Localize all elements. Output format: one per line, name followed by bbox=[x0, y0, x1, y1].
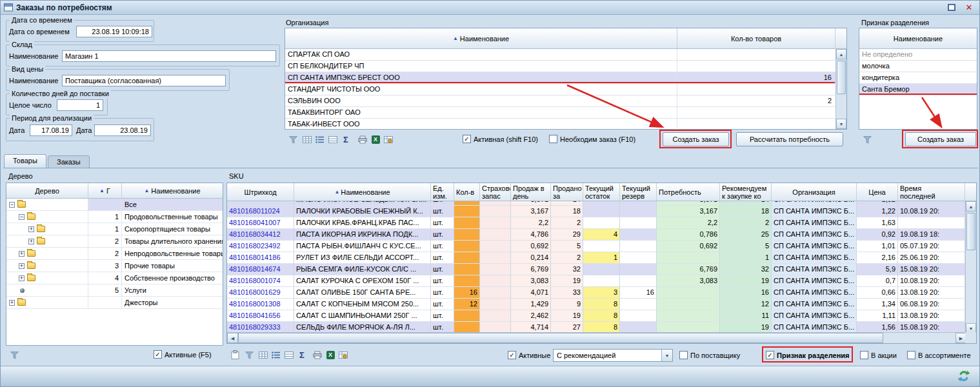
tree-row[interactable]: +2Непродовольственные товары bbox=[6, 248, 223, 260]
create-order-button[interactable]: Создать заказ bbox=[663, 132, 729, 146]
scroll-left-button[interactable]: ◀ bbox=[227, 333, 238, 343]
grid-icon[interactable] bbox=[257, 349, 269, 361]
column-header-name[interactable]: ▲ Наименование bbox=[285, 28, 677, 48]
column-header-name[interactable]: ▲ Наименование bbox=[122, 183, 223, 198]
maximize-button[interactable] bbox=[945, 2, 959, 13]
numbered-list-icon[interactable] bbox=[314, 134, 326, 145]
filter-icon[interactable] bbox=[861, 134, 873, 145]
sku-row[interactable]: 4810168041656САЛАТ С ШАМПИНЬОНАМИ 250Г .… bbox=[227, 310, 965, 322]
scroll-thumb[interactable] bbox=[966, 213, 975, 250]
tree-row[interactable]: −Все bbox=[6, 199, 223, 211]
scroll-up-button[interactable]: ▲ bbox=[966, 201, 976, 212]
tree-row[interactable]: +3Прочие товары bbox=[6, 260, 223, 272]
period-from-input[interactable]: 17.08.19 bbox=[30, 124, 72, 136]
expand-icon[interactable]: + bbox=[19, 251, 25, 257]
filter-icon[interactable] bbox=[243, 349, 255, 361]
sum-icon[interactable]: Σ bbox=[296, 349, 308, 361]
active-tree-checkbox[interactable]: ✓ Активные (F5) bbox=[154, 350, 212, 359]
scroll-thumb[interactable] bbox=[238, 333, 883, 343]
split-row[interactable]: молочка bbox=[859, 61, 977, 72]
collapse-icon[interactable]: − bbox=[19, 214, 25, 220]
sku-row[interactable]: 4810168001629САЛАТ ОЛИВЬЕ 150Г САНТА БРЕ… bbox=[227, 287, 965, 299]
scroll-down-button[interactable]: ▼ bbox=[836, 119, 846, 129]
sku-column-header[interactable]: Проданоза bbox=[551, 183, 583, 201]
delivery-days-input[interactable]: 1 bbox=[57, 99, 103, 111]
tree-row[interactable]: +2Товары длительного хранения bbox=[6, 235, 223, 248]
promo-checkbox[interactable]: В акции bbox=[860, 351, 897, 359]
collapse-icon[interactable]: − bbox=[9, 202, 15, 208]
sku-column-header[interactable]: Текущийостаток bbox=[583, 183, 620, 201]
sku-column-header[interactable]: Рекомендуемк закупке ко bbox=[720, 183, 772, 201]
organization-vertical-scrollbar[interactable]: ▲ ▼ bbox=[835, 49, 846, 129]
subtotal-icon[interactable] bbox=[283, 349, 295, 361]
warehouse-input[interactable]: Магазин 1 bbox=[62, 50, 276, 62]
numbered-list-icon[interactable] bbox=[270, 349, 282, 361]
table-settings-icon[interactable] bbox=[337, 349, 349, 361]
tree-row[interactable]: +Джесторы bbox=[6, 297, 223, 309]
refresh-icon[interactable] bbox=[956, 368, 972, 384]
period-to-input[interactable]: 23.08.19 bbox=[94, 124, 151, 136]
organization-row[interactable]: СЭЛЬВИН ООО2 bbox=[285, 95, 846, 107]
subtotal-icon[interactable] bbox=[327, 134, 339, 145]
sku-row[interactable]: 4810168014674РЫБА СЕМГА ФИЛЕ-КУСОК СЛ/С … bbox=[227, 264, 965, 275]
split-row[interactable]: кондитерка bbox=[859, 72, 977, 84]
tab-tovary[interactable]: Товары bbox=[4, 154, 46, 168]
filter-icon[interactable] bbox=[8, 349, 20, 361]
chevron-down-icon[interactable]: ▼ bbox=[661, 350, 672, 361]
sku-column-header[interactable]: Продаж вдень bbox=[511, 183, 551, 201]
sku-row[interactable]: 4810168041007ПАЛОЧКИ КРАБ.ФРАНЦ.КРАБ ПАС… bbox=[227, 217, 965, 229]
sum-icon[interactable]: Σ bbox=[340, 134, 352, 145]
sku-column-header[interactable]: Штрихкод bbox=[227, 183, 294, 201]
organization-row[interactable]: ТАБАКВИНТОРГ ОАО bbox=[285, 107, 846, 119]
sku-column-header[interactable]: Кол-в bbox=[454, 183, 480, 201]
column-header-group[interactable]: ▲ Г bbox=[88, 183, 122, 198]
sku-row[interactable]: МАСЛО ИКОРНОЕ СЕЛЬДЬ...ЧОК СЛ...шт.3,971… bbox=[227, 201, 965, 206]
paste-icon[interactable] bbox=[229, 349, 241, 361]
active-org-checkbox[interactable]: ✓ Активная (shift F10) bbox=[463, 135, 538, 143]
expand-icon[interactable]: + bbox=[28, 239, 34, 244]
sku-column-header[interactable]: Времяпоследней bbox=[898, 183, 965, 201]
column-header-count[interactable]: Кол-во товаров bbox=[677, 28, 835, 48]
sku-horizontal-scrollbar[interactable]: ◀ ▶ bbox=[227, 332, 966, 343]
organization-row[interactable]: СП САНТА ИМПЭКС БРЕСТ ООО16 bbox=[285, 72, 846, 84]
expand-icon[interactable]: + bbox=[9, 300, 15, 306]
recommendation-dropdown[interactable]: С рекомендацией ▼ bbox=[553, 349, 673, 362]
organization-row[interactable]: СПАРТАК СП ОАО bbox=[285, 49, 846, 61]
organization-row[interactable]: ТАБАК-ИНВЕСТ ООО bbox=[285, 119, 846, 130]
sku-column-header[interactable]: ▲Наименование bbox=[294, 183, 431, 201]
sku-row[interactable]: 4810168001308САЛАТ С КОПЧЕНЫМ МЯСОМ 250.… bbox=[227, 299, 965, 310]
sku-column-header[interactable]: Организация bbox=[772, 183, 857, 201]
expand-icon[interactable]: + bbox=[28, 226, 34, 232]
split-sign-checkbox[interactable]: ✓ Признак разделения bbox=[766, 351, 850, 359]
excel-icon[interactable]: X bbox=[370, 134, 381, 145]
filter-icon[interactable] bbox=[287, 134, 299, 145]
column-header-tree[interactable]: Дерево bbox=[6, 183, 88, 198]
sku-row[interactable]: 4810168001074САЛАТ КУРОЧКА С ОРЕХОМ 150Г… bbox=[227, 275, 965, 287]
sku-row[interactable]: 4810168034412ПАСТА ИКОРНАЯ ИКРИНКА ПОДК.… bbox=[227, 229, 965, 241]
sku-column-header[interactable]: Потребность bbox=[657, 183, 720, 201]
column-header-name[interactable]: Наименование bbox=[859, 28, 977, 48]
split-row[interactable]: Санта Бремор bbox=[859, 84, 977, 95]
sku-column-header[interactable]: Текущийрезерв bbox=[620, 183, 657, 201]
sku-row[interactable]: 4810168023492ПАСТА РЫБН.ФИШЛАНЧ С КУС.СЕ… bbox=[227, 241, 965, 252]
scroll-thumb[interactable] bbox=[837, 61, 846, 94]
sku-column-header[interactable]: Ед.изм. bbox=[431, 183, 454, 201]
split-row[interactable]: Не определено bbox=[859, 49, 977, 61]
sku-row[interactable]: 4810168014186РУЛЕТ ИЗ ФИЛЕ СЕЛЬДИ АССОРТ… bbox=[227, 252, 965, 264]
active-sku-checkbox[interactable]: ✓ Активные bbox=[508, 351, 550, 359]
scroll-up-button[interactable]: ▲ bbox=[836, 49, 846, 59]
grid-icon[interactable] bbox=[301, 134, 313, 145]
organization-row[interactable]: СП БЕЛКОНДИТЕР ЧП bbox=[285, 61, 846, 72]
create-order-split-button[interactable]: Создать заказ bbox=[905, 132, 976, 146]
datetime-input[interactable]: 23.08.19 10:09:18 bbox=[76, 26, 152, 37]
organization-row[interactable]: СТАНДАРТ ЧИСТОТЫ ООО bbox=[285, 84, 846, 95]
assortment-checkbox[interactable]: В ассортименте bbox=[907, 351, 971, 359]
tree-row[interactable]: 5Услуги bbox=[6, 284, 223, 297]
sku-column-header[interactable]: Цена bbox=[857, 183, 898, 201]
price-kind-input[interactable]: Поставщика (согласованная) bbox=[62, 75, 226, 86]
tab-zakazy[interactable]: Заказы bbox=[48, 155, 90, 168]
need-order-checkbox[interactable]: Необходим заказ (F10) bbox=[549, 135, 635, 143]
calculate-need-button[interactable]: Рассчитать потребность bbox=[736, 132, 843, 146]
excel-icon[interactable]: X bbox=[325, 349, 336, 361]
tree-row[interactable]: +4Собственное производство bbox=[6, 272, 223, 284]
